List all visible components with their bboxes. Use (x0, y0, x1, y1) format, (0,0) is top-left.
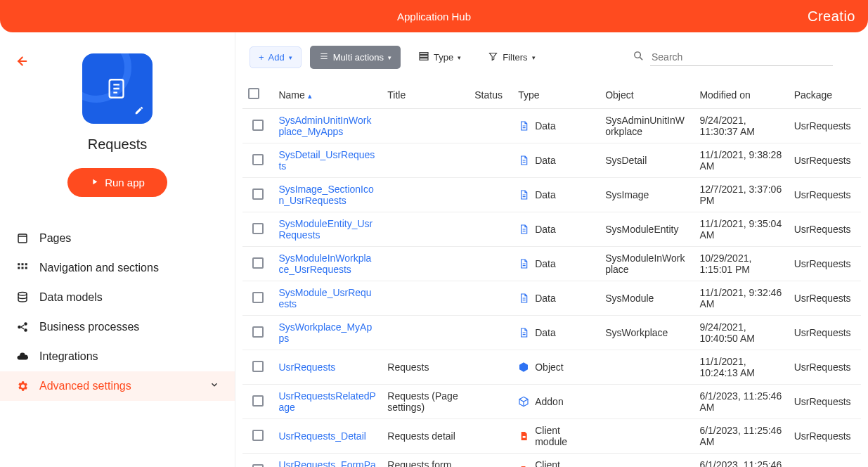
svg-point-11 (24, 328, 27, 332)
search-icon (633, 50, 644, 65)
process-icon (15, 321, 30, 333)
table-row[interactable]: UsrRequests_FormPageRequests form pageCl… (242, 454, 861, 468)
search-input[interactable] (650, 49, 833, 66)
row-checkbox[interactable] (252, 361, 264, 372)
database-icon (15, 291, 30, 304)
toolbar: + Add ▾ Multi actions ▾ Type ▾ Filters ▾ (242, 45, 861, 70)
row-title: Requests (Page settings) (382, 385, 469, 419)
row-checkbox[interactable] (252, 292, 264, 303)
column-header-package[interactable]: Package (789, 82, 861, 109)
row-status (469, 109, 512, 143)
row-status (469, 385, 512, 419)
sidebar-item-pages[interactable]: Pages (0, 224, 235, 253)
sidebar-item-data-models[interactable]: Data models (0, 283, 235, 312)
svg-rect-4 (25, 263, 27, 265)
row-checkbox[interactable] (252, 257, 264, 269)
row-name[interactable]: UsrRequests (273, 350, 382, 385)
column-header-name[interactable]: Name▴ (273, 82, 382, 109)
row-name[interactable]: SysModule_UsrRequests (273, 281, 382, 316)
row-package: UsrRequests (789, 350, 861, 385)
sidebar-item-processes[interactable]: Business processes (0, 312, 235, 342)
row-checkbox[interactable] (252, 430, 264, 441)
list-icon (319, 51, 329, 63)
sidebar-item-label: Data models (39, 291, 103, 304)
row-object: SysModuleEntity (600, 212, 694, 247)
row-type: Data (512, 178, 600, 212)
row-checkbox[interactable] (252, 223, 264, 234)
row-type: Data (512, 143, 600, 178)
row-name[interactable]: SysDetail_UsrRequests (273, 143, 382, 178)
column-header-modified[interactable]: Modified on (694, 82, 788, 109)
sidebar-item-label: Pages (39, 232, 71, 245)
svg-rect-1 (18, 234, 27, 243)
app-icon[interactable] (82, 53, 153, 124)
table-row[interactable]: SysModuleInWorkplace_UsrRequestsDataSysM… (242, 247, 861, 281)
add-button[interactable]: + Add ▾ (250, 46, 302, 68)
row-checkbox[interactable] (252, 395, 264, 407)
type-filter-button[interactable]: Type ▾ (409, 45, 470, 70)
row-package: UsrRequests (789, 178, 861, 212)
row-name[interactable]: UsrRequests_FormPage (273, 454, 382, 468)
row-checkbox[interactable] (252, 464, 264, 468)
row-title (382, 109, 469, 143)
table-row[interactable]: SysAdminUnitInWorkplace_MyAppsDataSysAdm… (242, 109, 861, 143)
row-object (600, 454, 694, 468)
column-header-title[interactable]: Title (382, 82, 469, 109)
column-header-status[interactable]: Status (469, 82, 512, 109)
svg-rect-3 (22, 263, 24, 265)
run-app-button[interactable]: Run app (67, 168, 167, 197)
filters-button[interactable]: Filters ▾ (479, 46, 544, 70)
type-icon (518, 293, 529, 304)
row-checkbox[interactable] (252, 120, 264, 131)
table-row[interactable]: SysModuleEntity_UsrRequestsDataSysModule… (242, 212, 861, 247)
row-title (382, 212, 469, 247)
row-checkbox[interactable] (252, 188, 264, 200)
row-package: UsrRequests (789, 212, 861, 247)
column-header-type[interactable]: Type (512, 82, 600, 109)
grid-icon (15, 262, 30, 274)
sidebar-item-integrations[interactable]: Integrations (0, 342, 235, 371)
row-type: Data (512, 212, 600, 247)
svg-rect-2 (18, 263, 20, 265)
type-icon (518, 224, 529, 235)
row-name[interactable]: SysModuleInWorkplace_UsrRequests (273, 247, 382, 281)
chevron-down-icon: ▾ (388, 54, 391, 61)
row-object (600, 350, 694, 385)
multi-actions-button[interactable]: Multi actions ▾ (310, 46, 401, 69)
row-name[interactable]: SysImage_SectionIcon_UsrRequests (273, 178, 382, 212)
app-name: Requests (88, 136, 148, 153)
table-row[interactable]: UsrRequestsRelatedPageRequests (Page set… (242, 385, 861, 419)
type-icon (518, 189, 529, 200)
edit-icon[interactable] (131, 103, 147, 118)
select-all-checkbox[interactable] (248, 88, 259, 99)
sidebar-item-label: Navigation and sections (39, 262, 159, 274)
table-row[interactable]: SysModule_UsrRequestsDataSysModule11/1/2… (242, 281, 861, 316)
row-checkbox[interactable] (252, 154, 264, 165)
row-package: UsrRequests (789, 419, 861, 454)
table-row[interactable]: UsrRequests_DetailRequests detailClient … (242, 419, 861, 454)
topbar: Application Hub Creatio (0, 0, 868, 32)
row-type: Data (512, 247, 600, 281)
table-row[interactable]: SysImage_SectionIcon_UsrRequestsDataSysI… (242, 178, 861, 212)
gear-icon (15, 380, 30, 392)
row-name[interactable]: SysWorkplace_MyApps (273, 316, 382, 350)
play-icon (90, 177, 99, 188)
row-object: SysImage (600, 178, 694, 212)
back-arrow-icon[interactable] (13, 53, 28, 72)
row-checkbox[interactable] (252, 326, 264, 338)
stack-icon (418, 51, 429, 64)
table-row[interactable]: SysWorkplace_MyAppsDataSysWorkplace9/24/… (242, 316, 861, 350)
table-row[interactable]: UsrRequestsRequestsObject11/1/2021, 10:2… (242, 350, 861, 385)
row-title (382, 281, 469, 316)
column-header-object[interactable]: Object (600, 82, 694, 109)
row-title (382, 178, 469, 212)
table-row[interactable]: SysDetail_UsrRequestsDataSysDetail11/1/2… (242, 143, 861, 178)
row-name[interactable]: UsrRequests_Detail (273, 419, 382, 454)
row-name[interactable]: SysModuleEntity_UsrRequests (273, 212, 382, 247)
row-title (382, 316, 469, 350)
row-name[interactable]: UsrRequestsRelatedPage (273, 385, 382, 419)
sidebar-item-navigation[interactable]: Navigation and sections (0, 253, 235, 283)
row-type: Client module (512, 419, 600, 454)
row-name[interactable]: SysAdminUnitInWorkplace_MyApps (273, 109, 382, 143)
sidebar-item-advanced-settings[interactable]: Advanced settings (0, 371, 235, 401)
